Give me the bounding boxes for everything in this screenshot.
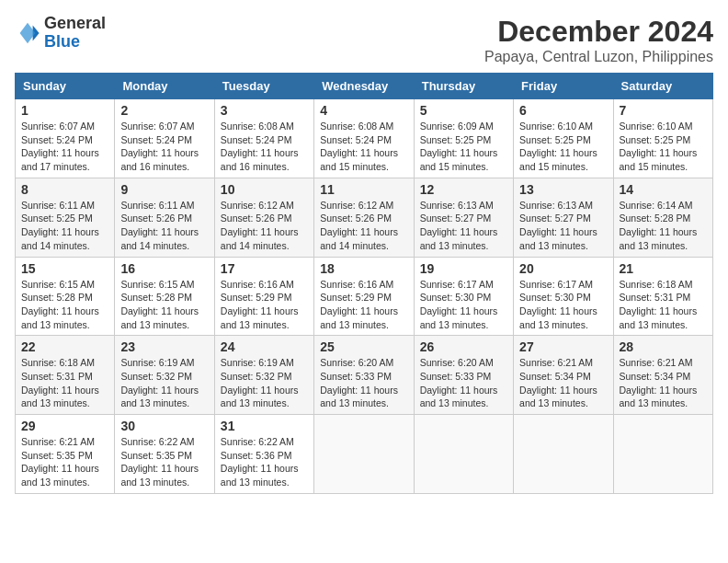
day-info: Sunrise: 6:22 AM Sunset: 5:35 PM Dayligh…: [120, 435, 208, 489]
day-number: 10: [221, 182, 308, 197]
table-row: 29Sunrise: 6:21 AM Sunset: 5:35 PM Dayli…: [16, 415, 115, 494]
day-number: 22: [21, 339, 108, 354]
day-number: 28: [620, 339, 707, 354]
day-number: 8: [21, 182, 108, 197]
day-info: Sunrise: 6:22 AM Sunset: 5:36 PM Dayligh…: [221, 435, 308, 489]
day-number: 11: [320, 182, 407, 197]
day-info: Sunrise: 6:15 AM Sunset: 5:28 PM Dayligh…: [21, 278, 108, 332]
day-number: 9: [120, 182, 208, 197]
header-monday: Monday: [115, 74, 214, 99]
day-info: Sunrise: 6:11 AM Sunset: 5:25 PM Dayligh…: [21, 199, 108, 253]
table-row: 31Sunrise: 6:22 AM Sunset: 5:36 PM Dayli…: [214, 415, 313, 494]
table-row: 12Sunrise: 6:13 AM Sunset: 5:27 PM Dayli…: [414, 178, 513, 257]
day-info: Sunrise: 6:13 AM Sunset: 5:27 PM Dayligh…: [420, 199, 507, 253]
table-row: 15Sunrise: 6:15 AM Sunset: 5:28 PM Dayli…: [16, 257, 115, 336]
day-info: Sunrise: 6:20 AM Sunset: 5:33 PM Dayligh…: [320, 356, 407, 410]
day-info: Sunrise: 6:15 AM Sunset: 5:28 PM Dayligh…: [120, 278, 208, 332]
header-sunday: Sunday: [16, 74, 115, 99]
day-info: Sunrise: 6:16 AM Sunset: 5:29 PM Dayligh…: [320, 278, 407, 332]
table-row: 20Sunrise: 6:17 AM Sunset: 5:30 PM Dayli…: [514, 257, 613, 336]
logo-icon: [15, 20, 40, 46]
table-row: 5Sunrise: 6:09 AM Sunset: 5:25 PM Daylig…: [414, 99, 513, 178]
table-row: 10Sunrise: 6:12 AM Sunset: 5:26 PM Dayli…: [214, 178, 313, 257]
day-info: Sunrise: 6:21 AM Sunset: 5:34 PM Dayligh…: [620, 356, 707, 410]
table-row: 1Sunrise: 6:07 AM Sunset: 5:24 PM Daylig…: [16, 99, 115, 178]
table-row: 4Sunrise: 6:08 AM Sunset: 5:24 PM Daylig…: [314, 99, 414, 178]
day-info: Sunrise: 6:16 AM Sunset: 5:29 PM Dayligh…: [221, 278, 308, 332]
day-info: Sunrise: 6:14 AM Sunset: 5:28 PM Dayligh…: [620, 199, 707, 253]
day-number: 15: [21, 261, 108, 276]
day-info: Sunrise: 6:12 AM Sunset: 5:26 PM Dayligh…: [221, 199, 308, 253]
table-row: 11Sunrise: 6:12 AM Sunset: 5:26 PM Dayli…: [314, 178, 414, 257]
table-row: 2Sunrise: 6:07 AM Sunset: 5:24 PM Daylig…: [115, 99, 214, 178]
day-number: 5: [420, 103, 507, 118]
day-info: Sunrise: 6:17 AM Sunset: 5:30 PM Dayligh…: [420, 278, 507, 332]
day-number: 7: [620, 103, 707, 118]
day-info: Sunrise: 6:21 AM Sunset: 5:34 PM Dayligh…: [519, 356, 607, 410]
day-info: Sunrise: 6:08 AM Sunset: 5:24 PM Dayligh…: [320, 120, 407, 174]
calendar-week-row: 29Sunrise: 6:21 AM Sunset: 5:35 PM Dayli…: [16, 415, 713, 494]
day-number: 21: [620, 261, 707, 276]
header: General Blue December 2024 Papaya, Centr…: [15, 15, 713, 65]
table-row: 17Sunrise: 6:16 AM Sunset: 5:29 PM Dayli…: [214, 257, 313, 336]
table-row: 27Sunrise: 6:21 AM Sunset: 5:34 PM Dayli…: [514, 336, 613, 415]
day-info: Sunrise: 6:07 AM Sunset: 5:24 PM Dayligh…: [120, 120, 208, 174]
table-row: 28Sunrise: 6:21 AM Sunset: 5:34 PM Dayli…: [613, 336, 712, 415]
calendar-week-row: 22Sunrise: 6:18 AM Sunset: 5:31 PM Dayli…: [16, 336, 713, 415]
table-row: 22Sunrise: 6:18 AM Sunset: 5:31 PM Dayli…: [16, 336, 115, 415]
day-info: Sunrise: 6:10 AM Sunset: 5:25 PM Dayligh…: [519, 120, 607, 174]
table-row: 25Sunrise: 6:20 AM Sunset: 5:33 PM Dayli…: [314, 336, 414, 415]
day-info: Sunrise: 6:10 AM Sunset: 5:25 PM Dayligh…: [620, 120, 707, 174]
day-info: Sunrise: 6:12 AM Sunset: 5:26 PM Dayligh…: [320, 199, 407, 253]
day-info: Sunrise: 6:19 AM Sunset: 5:32 PM Dayligh…: [221, 356, 308, 410]
table-row: 23Sunrise: 6:19 AM Sunset: 5:32 PM Dayli…: [115, 336, 214, 415]
table-row: 13Sunrise: 6:13 AM Sunset: 5:27 PM Dayli…: [514, 178, 613, 257]
table-row: 9Sunrise: 6:11 AM Sunset: 5:26 PM Daylig…: [115, 178, 214, 257]
logo-text: General Blue: [44, 15, 106, 52]
table-row: 24Sunrise: 6:19 AM Sunset: 5:32 PM Dayli…: [214, 336, 313, 415]
day-info: Sunrise: 6:18 AM Sunset: 5:31 PM Dayligh…: [21, 356, 108, 410]
table-row: 8Sunrise: 6:11 AM Sunset: 5:25 PM Daylig…: [16, 178, 115, 257]
day-number: 16: [120, 261, 208, 276]
day-number: 23: [120, 339, 208, 354]
day-info: Sunrise: 6:11 AM Sunset: 5:26 PM Dayligh…: [120, 199, 208, 253]
table-row: 3Sunrise: 6:08 AM Sunset: 5:24 PM Daylig…: [214, 99, 313, 178]
day-info: Sunrise: 6:13 AM Sunset: 5:27 PM Dayligh…: [519, 199, 607, 253]
day-number: 17: [221, 261, 308, 276]
day-number: 13: [519, 182, 607, 197]
day-number: 6: [519, 103, 607, 118]
location-title: Papaya, Central Luzon, Philippines: [484, 49, 713, 65]
logo-blue-text: Blue: [44, 32, 80, 51]
table-row: [613, 415, 712, 494]
day-number: 14: [620, 182, 707, 197]
calendar-table: Sunday Monday Tuesday Wednesday Thursday…: [15, 73, 713, 494]
title-area: December 2024 Papaya, Central Luzon, Phi…: [484, 15, 713, 65]
day-number: 24: [221, 339, 308, 354]
table-row: [314, 415, 414, 494]
table-row: 30Sunrise: 6:22 AM Sunset: 5:35 PM Dayli…: [115, 415, 214, 494]
table-row: 16Sunrise: 6:15 AM Sunset: 5:28 PM Dayli…: [115, 257, 214, 336]
header-thursday: Thursday: [414, 74, 513, 99]
calendar-week-row: 15Sunrise: 6:15 AM Sunset: 5:28 PM Dayli…: [16, 257, 713, 336]
day-number: 4: [320, 103, 407, 118]
calendar-week-row: 1Sunrise: 6:07 AM Sunset: 5:24 PM Daylig…: [16, 99, 713, 178]
logo: General Blue: [15, 15, 106, 52]
day-number: 3: [221, 103, 308, 118]
table-row: 7Sunrise: 6:10 AM Sunset: 5:25 PM Daylig…: [613, 99, 712, 178]
day-number: 25: [320, 339, 407, 354]
day-number: 2: [120, 103, 208, 118]
day-info: Sunrise: 6:09 AM Sunset: 5:25 PM Dayligh…: [420, 120, 507, 174]
day-number: 26: [420, 339, 507, 354]
table-row: [514, 415, 613, 494]
header-tuesday: Tuesday: [214, 74, 313, 99]
table-row: 26Sunrise: 6:20 AM Sunset: 5:33 PM Dayli…: [414, 336, 513, 415]
header-saturday: Saturday: [613, 74, 712, 99]
table-row: 14Sunrise: 6:14 AM Sunset: 5:28 PM Dayli…: [613, 178, 712, 257]
day-info: Sunrise: 6:07 AM Sunset: 5:24 PM Dayligh…: [21, 120, 108, 174]
day-number: 31: [221, 419, 308, 433]
day-number: 12: [420, 182, 507, 197]
day-number: 19: [420, 261, 507, 276]
table-row: [414, 415, 513, 494]
table-row: 21Sunrise: 6:18 AM Sunset: 5:31 PM Dayli…: [613, 257, 712, 336]
month-title: December 2024: [484, 15, 713, 49]
